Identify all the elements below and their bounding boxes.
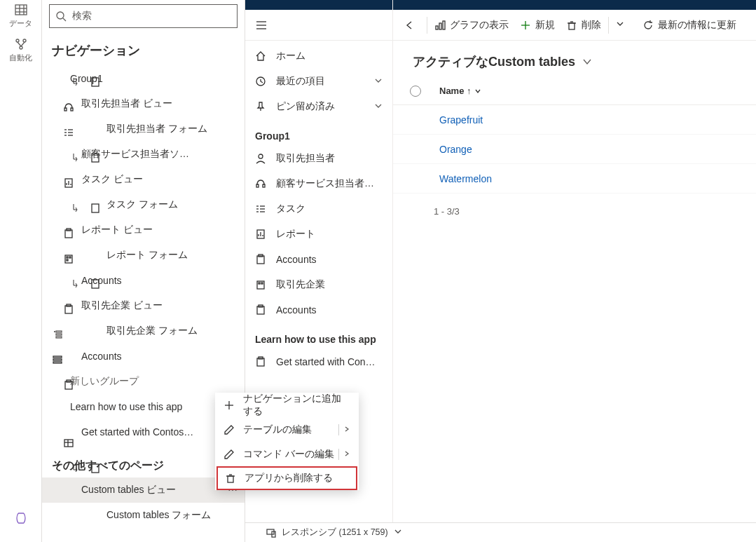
sm-recent[interactable]: 最近の項目 xyxy=(245,69,392,94)
flow-icon xyxy=(14,37,28,51)
rail-copilot[interactable] xyxy=(14,511,28,527)
clipboard-icon xyxy=(63,426,74,438)
new-button[interactable]: 新規 xyxy=(514,10,561,40)
home-icon xyxy=(255,50,266,62)
sm-task[interactable]: タスク xyxy=(245,196,392,222)
delete-chevron[interactable] xyxy=(610,10,637,40)
sm-csr[interactable]: 顧客サービス担当者… xyxy=(245,171,392,196)
building-icon xyxy=(255,279,266,290)
sm-home[interactable]: ホーム xyxy=(245,43,392,69)
sm-contact[interactable]: 取引先担当者 xyxy=(245,146,392,171)
grid-body: Grapefruit Orange Watermelon xyxy=(393,105,756,194)
sm-accounts2[interactable]: Accounts xyxy=(245,297,392,323)
sm-report[interactable]: レポート xyxy=(245,222,392,247)
hamburger-button[interactable] xyxy=(245,10,392,41)
svg-rect-76 xyxy=(436,26,438,29)
table-icon xyxy=(14,3,28,17)
headset-icon xyxy=(255,178,266,189)
svg-rect-56 xyxy=(263,184,265,187)
record-link[interactable]: Watermelon xyxy=(439,173,492,184)
svg-rect-41 xyxy=(53,356,62,358)
table-row[interactable]: Watermelon xyxy=(393,164,756,194)
grid-footer: 1 - 3/3 xyxy=(393,194,756,229)
pencil-icon xyxy=(224,424,235,435)
status-bar: レスポンシブ (1251 x 759) xyxy=(245,522,756,542)
command-bar: グラフの表示 新規 削除 最新の情報に更新 xyxy=(393,10,756,41)
svg-rect-38 xyxy=(56,331,62,332)
refresh-button[interactable]: 最新の情報に更新 xyxy=(637,10,742,40)
clipboard-icon xyxy=(63,351,74,362)
svg-rect-43 xyxy=(53,362,62,363)
cm-edit-table[interactable]: テーブルの編集 xyxy=(215,417,359,442)
svg-rect-49 xyxy=(92,464,99,473)
delete-button[interactable]: 削除 xyxy=(561,10,607,40)
chevron-down-icon xyxy=(374,101,383,112)
sub-icon xyxy=(71,510,83,521)
view-title[interactable]: アクティブなCustom tables xyxy=(393,41,756,77)
svg-rect-33 xyxy=(69,257,71,258)
chart-icon xyxy=(434,20,446,31)
show-chart-button[interactable]: グラフの表示 xyxy=(429,10,514,40)
svg-point-8 xyxy=(57,12,64,19)
svg-rect-42 xyxy=(53,359,62,360)
task-icon xyxy=(255,203,266,215)
svg-rect-0 xyxy=(15,5,27,15)
refresh-icon xyxy=(642,20,654,31)
responsive-icon xyxy=(266,528,276,538)
page-icon xyxy=(90,510,101,521)
plus-icon xyxy=(224,400,235,411)
svg-point-7 xyxy=(20,46,22,49)
pencil-icon xyxy=(224,449,235,460)
table-row[interactable]: Grapefruit xyxy=(393,105,756,135)
sm-accounts1[interactable]: Accounts xyxy=(245,247,392,272)
rail-automation[interactable]: 自動化 xyxy=(9,37,32,63)
status-text: レスポンシブ (1251 x 759) xyxy=(282,527,388,538)
sm-learn-header: Learn how to use this app xyxy=(245,323,392,349)
svg-rect-35 xyxy=(92,280,99,288)
content-area: グラフの表示 新規 削除 最新の情報に更新 アクティブなCustom table… xyxy=(392,0,756,542)
svg-rect-77 xyxy=(439,23,441,29)
clock-icon xyxy=(255,76,266,87)
svg-rect-14 xyxy=(92,78,99,86)
record-link[interactable]: Orange xyxy=(439,144,472,155)
svg-point-5 xyxy=(16,39,19,42)
col-name[interactable]: Name ↑ xyxy=(439,86,481,96)
rail-data[interactable]: データ xyxy=(9,3,32,29)
group-icon xyxy=(52,73,63,84)
plus-icon xyxy=(520,20,531,31)
sm-get-started[interactable]: Get started with Con… xyxy=(245,349,392,374)
app-rail: データ 自動化 xyxy=(0,0,42,542)
report-icon xyxy=(255,229,266,240)
clipboard-icon xyxy=(255,356,266,367)
record-link[interactable]: Grapefruit xyxy=(439,114,483,126)
sm-group1-header: Group1 xyxy=(245,119,392,146)
svg-rect-34 xyxy=(67,259,68,261)
nav-custom-form[interactable]: Custom tables フォーム xyxy=(42,503,245,528)
rail-data-label: データ xyxy=(9,18,32,29)
svg-rect-81 xyxy=(569,23,575,29)
svg-rect-15 xyxy=(64,108,67,111)
select-all[interactable] xyxy=(410,86,428,97)
hamburger-icon xyxy=(255,19,268,32)
svg-rect-46 xyxy=(64,440,73,447)
chevron-down-icon[interactable] xyxy=(394,527,402,538)
sm-account[interactable]: 取引先企業 xyxy=(245,272,392,297)
sm-pinned[interactable]: ピン留め済み xyxy=(245,94,392,119)
svg-rect-39 xyxy=(56,334,62,335)
table-row[interactable]: Orange xyxy=(393,135,756,164)
page-icon xyxy=(90,325,101,337)
nav-item-accounts2[interactable]: Accounts xyxy=(42,344,245,369)
svg-line-9 xyxy=(63,18,66,21)
back-button[interactable] xyxy=(399,10,425,40)
pin-icon xyxy=(255,101,266,112)
chevron-right-icon[interactable] xyxy=(343,449,350,459)
cm-add-nav[interactable]: ナビゲーションに追加する xyxy=(215,393,359,417)
clipboard-icon xyxy=(255,304,266,316)
chevron-down-icon xyxy=(374,76,383,87)
search-input[interactable]: 検索 xyxy=(49,4,238,28)
cm-remove[interactable]: アプリから削除する xyxy=(217,466,357,490)
chevron-right-icon[interactable] xyxy=(343,424,350,435)
cm-edit-cmd[interactable]: コマンド バーの編集 xyxy=(215,442,359,466)
svg-rect-78 xyxy=(443,21,445,29)
svg-rect-71 xyxy=(261,283,263,284)
